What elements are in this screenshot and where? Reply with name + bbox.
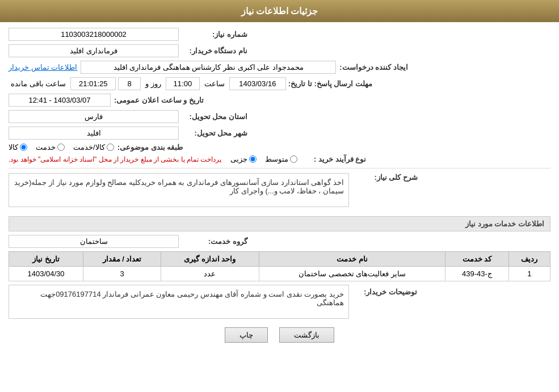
- col-row: ردیف: [508, 252, 550, 267]
- deadline-label: مهلت ارسال پاسخ: تا تاریخ:: [288, 79, 375, 88]
- category-khedmat-label: خدمت: [36, 143, 56, 151]
- category-kala: کالا: [9, 143, 27, 151]
- deadline-time: 11:00: [166, 77, 200, 90]
- province-label: استان محل تحویل:: [182, 112, 250, 121]
- process-jozi: جزیی: [230, 155, 257, 163]
- process-row: نوع فرآیند خرید : متوسط جزیی پرداخت تمام…: [9, 155, 550, 163]
- need-number-label: شماره نیاز:: [182, 30, 250, 39]
- process-motavasset: متوسط: [265, 155, 297, 163]
- creator-row: ایجاد کننده درخواست: محمدجواد علی اکبری …: [9, 61, 550, 74]
- process-jozi-label: جزیی: [230, 155, 247, 163]
- services-table-header: ردیف کد خدمت نام خدمت واحد اندازه گیری ت…: [9, 252, 550, 267]
- services-table: ردیف کد خدمت نام خدمت واحد اندازه گیری ت…: [9, 251, 550, 281]
- buyer-desc-label: توضیحات خریدار:: [349, 285, 417, 296]
- footer-buttons: بازگشت چاپ: [9, 327, 550, 343]
- col-name: نام خدمت: [259, 252, 445, 267]
- cell-date: 1403/04/30: [9, 267, 83, 281]
- col-date: تاریخ نیاز: [9, 252, 83, 267]
- city-label: شهر محل تحویل:: [182, 129, 250, 137]
- category-radio-kala-khedmat[interactable]: [107, 144, 114, 151]
- category-radio-kala[interactable]: [20, 144, 27, 151]
- buyer-org-label: نام دستگاه خریدار:: [182, 47, 250, 55]
- category-kala-label: کالا: [9, 143, 18, 151]
- service-group-label: گروه خدمت:: [182, 237, 250, 246]
- category-khedmat: خدمت: [36, 143, 65, 151]
- city-row: شهر محل تحویل: افلید: [9, 127, 550, 140]
- service-group-row: گروه خدمت: ساختمان: [9, 235, 550, 248]
- print-button[interactable]: چاپ: [225, 327, 268, 343]
- need-number-row: شماره نیاز: 1103003218000002: [9, 28, 550, 41]
- general-desc-row: شرح کلی نیاز: اخذ گواهی استاندارد سازی آ…: [9, 173, 550, 210]
- cell-qty: 3: [83, 267, 161, 281]
- col-unit: واحد اندازه گیری: [161, 252, 259, 267]
- need-number-value: 1103003218000002: [9, 28, 179, 41]
- cell-unit: عدد: [161, 267, 259, 281]
- process-radio-jozi[interactable]: [249, 155, 257, 163]
- deadline-row: مهلت ارسال پاسخ: تا تاریخ: 1403/03/16 سا…: [9, 77, 550, 90]
- announce-row: تاریخ و ساعت اعلان عمومی: 1403/03/07 - 1…: [9, 94, 550, 107]
- province-value: فارس: [9, 110, 179, 123]
- deadline-remaining-label: ساعت باقی مانده: [9, 79, 68, 88]
- page-wrapper: جزئیات اطلاعات نیاز شماره نیاز: 11030032…: [0, 0, 559, 392]
- buyer-org-value: فرمانداری افلید: [9, 44, 179, 57]
- general-desc-text: اخذ گواهی استاندارد سازی آسانسورهای فرما…: [9, 173, 349, 207]
- buyer-desc-text: خرید بصورت نقدی است و شماره آقای مهندس ر…: [9, 285, 349, 319]
- announce-label: تاریخ و ساعت اعلان عمومی:: [114, 96, 207, 104]
- process-options: متوسط جزیی: [230, 155, 297, 163]
- cell-row: 1: [508, 267, 550, 281]
- creator-value: محمدجواد علی اکبری نظر کارشناس هماهنگی ف…: [81, 61, 336, 74]
- deadline-date: 1403/03/16: [229, 77, 286, 90]
- category-label: طبقه بندی موضوعی:: [117, 143, 186, 151]
- deadline-time-label: ساعت: [202, 79, 227, 88]
- content-area: شماره نیاز: 1103003218000002 نام دستگاه …: [0, 22, 559, 357]
- creator-label: ایجاد کننده درخواست:: [339, 63, 411, 71]
- process-radio-motavasset[interactable]: [290, 155, 297, 163]
- category-radio-khedmat[interactable]: [57, 144, 65, 151]
- announce-value: 1403/03/07 - 12:41: [9, 94, 111, 107]
- page-header: جزئیات اطلاعات نیاز: [0, 0, 559, 22]
- process-label: نوع فرآیند خرید :: [301, 155, 369, 163]
- col-qty: تعداد / مقدار: [83, 252, 161, 267]
- col-code: کد خدمت: [445, 252, 508, 267]
- category-kala-khedmat: کالا/خدمت: [73, 143, 114, 151]
- services-table-body: 1 ج-43-439 سایر فعالیت‌های تخصصی ساختمان…: [9, 267, 550, 281]
- process-motavasset-label: متوسط: [265, 155, 288, 163]
- cell-name: سایر فعالیت‌های تخصصی ساختمان: [259, 267, 445, 281]
- category-options: کالا/خدمت خدمت کالا: [9, 143, 114, 151]
- back-button[interactable]: بازگشت: [279, 327, 334, 343]
- process-warning: پرداخت تمام یا بخشی از مبلغ خریدار از مح…: [9, 155, 221, 163]
- service-group-value: ساختمان: [9, 235, 179, 248]
- category-kala-khedmat-label: کالا/خدمت: [73, 143, 105, 151]
- deadline-days: 8: [118, 77, 141, 90]
- cell-code: ج-43-439: [445, 267, 508, 281]
- buyer-org-row: نام دستگاه خریدار: فرمانداری افلید: [9, 44, 550, 57]
- deadline-remaining: 21:01:25: [70, 77, 116, 90]
- province-row: استان محل تحویل: فارس: [9, 110, 550, 123]
- general-desc-label: شرح کلی نیاز:: [352, 173, 421, 182]
- buyer-desc-row: توضیحات خریدار: خرید بصورت نقدی است و شم…: [9, 285, 550, 319]
- category-row: طبقه بندی موضوعی: کالا/خدمت خدمت کالا: [9, 143, 550, 151]
- city-value: افلید: [9, 127, 179, 140]
- services-title: اطلاعات خدمات مورد نیاز: [9, 216, 550, 231]
- contact-link[interactable]: اطلاعات تماس خریدار: [9, 63, 77, 71]
- page-title: جزئیات اطلاعات نیاز: [241, 6, 318, 16]
- divider-1: [9, 168, 550, 168]
- deadline-day-label: روز و: [143, 79, 163, 88]
- table-row: 1 ج-43-439 سایر فعالیت‌های تخصصی ساختمان…: [9, 267, 550, 281]
